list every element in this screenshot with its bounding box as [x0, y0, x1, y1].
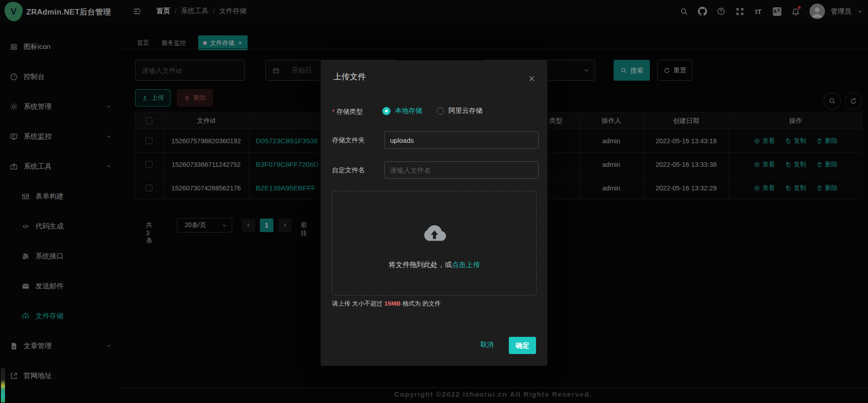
radio-local-storage[interactable] [382, 107, 390, 115]
upload-dialog: 上传文件 *存储类型 本地存储 阿里云存储 存储文件夹 自定文件名 将文件拖到此… [321, 60, 547, 366]
cancel-button[interactable]: 取消 [480, 340, 494, 349]
mini-widget-strip [1, 368, 5, 403]
radio-aliyun-storage-label[interactable]: 阿里云存储 [449, 107, 483, 115]
cloud-upload-icon [418, 221, 451, 245]
radio-local-storage-label[interactable]: 本地存储 [395, 107, 422, 115]
dialog-title: 上传文件 [333, 71, 366, 82]
storage-type-label: *存储类型 [332, 107, 363, 116]
upload-dropzone[interactable]: 将文件拖到此处，或点击上传 [332, 191, 536, 296]
upload-tip: 请上传 大小不超过 15MB 格式为 的文件 [332, 300, 441, 308]
click-upload-link[interactable]: 点击上传 [452, 261, 480, 268]
folder-label: 存储文件夹 [332, 136, 365, 145]
dropzone-text: 将文件拖到此处，或点击上传 [332, 260, 536, 270]
filename-input[interactable] [384, 161, 539, 179]
filename-label: 自定文件名 [332, 166, 365, 175]
required-asterisk: * [332, 108, 335, 115]
folder-input[interactable] [384, 131, 539, 149]
radio-aliyun-storage[interactable] [437, 107, 444, 115]
storage-type-radio-group: 本地存储 阿里云存储 [382, 107, 483, 115]
size-limit: 15MB [385, 300, 401, 307]
close-icon[interactable] [528, 75, 536, 83]
confirm-button[interactable]: 确定 [509, 337, 536, 354]
app-window: V ZRAdmin.NET后台管理 首页 / 系统工具 / 文件存储 [0, 0, 868, 403]
